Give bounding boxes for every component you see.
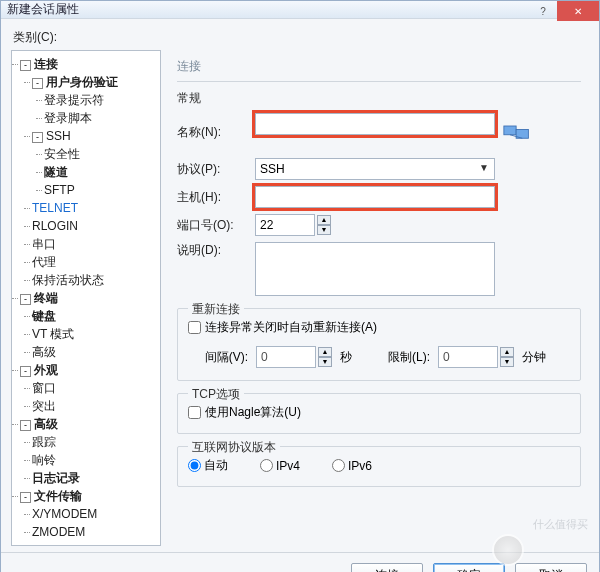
category-label: 类别(C): — [13, 29, 589, 46]
ipver-auto-label: 自动 — [204, 457, 228, 474]
window-title: 新建会话属性 — [7, 1, 79, 18]
limit-input[interactable] — [438, 346, 498, 368]
tree-tunnel[interactable]: 隧道 — [44, 165, 68, 179]
tree-security[interactable]: 安全性 — [44, 147, 80, 161]
svg-rect-0 — [504, 126, 516, 135]
nagle-label: 使用Nagle算法(U) — [205, 404, 301, 421]
help-button[interactable]: ? — [529, 1, 557, 21]
general-group: 常规 名称(N): 新建会话 协议(P): SSH ▼ — [177, 90, 581, 296]
ipver-ipv6-radio[interactable] — [332, 459, 345, 472]
auto-reconnect-checkbox[interactable] — [188, 321, 201, 334]
protocol-select[interactable]: SSH — [255, 158, 495, 180]
general-legend: 常规 — [177, 90, 581, 107]
tree-toggle[interactable]: - — [20, 492, 31, 503]
desc-label: 说明(D): — [177, 242, 255, 259]
tree-proxy[interactable]: 代理 — [32, 255, 56, 269]
tree-toggle[interactable]: - — [32, 132, 43, 143]
ipver-ipv4-radio[interactable] — [260, 459, 273, 472]
tree-rlogin[interactable]: RLOGIN — [32, 219, 78, 233]
tree-toggle[interactable]: - — [20, 60, 31, 71]
tree-vtmode[interactable]: VT 模式 — [32, 327, 74, 341]
tree-appearance[interactable]: 外观 — [34, 363, 58, 377]
tree-advanced[interactable]: 高级 — [34, 417, 58, 431]
computers-icon — [503, 121, 531, 145]
tree-terminal[interactable]: 终端 — [34, 291, 58, 305]
ipver-auto-radio[interactable] — [188, 459, 201, 472]
tree-login-prompt[interactable]: 登录提示符 — [44, 93, 104, 107]
tree-toggle[interactable]: - — [32, 78, 43, 89]
ipver-ipv4-label: IPv4 — [276, 459, 300, 473]
panel-header: 连接 — [177, 56, 581, 82]
interval-label: 间隔(V): — [188, 349, 248, 366]
interval-spin-down[interactable]: ▼ — [318, 357, 332, 367]
limit-label: 限制(L): — [380, 349, 430, 366]
tree-bell[interactable]: 响铃 — [32, 453, 56, 467]
tree-keepalive[interactable]: 保持活动状态 — [32, 273, 104, 287]
name-input[interactable] — [255, 113, 495, 135]
dialog-window: 新建会话属性 ? ✕ 类别(C): -连接 -用户身份验证 登录提示符 登录脚本 — [0, 0, 600, 572]
tree-login-script[interactable]: 登录脚本 — [44, 111, 92, 125]
limit-unit: 分钟 — [522, 349, 546, 366]
tree-keyboard[interactable]: 键盘 — [32, 309, 56, 323]
tcp-group: TCP选项 使用Nagle算法(U) — [177, 393, 581, 434]
limit-spin-up[interactable]: ▲ — [500, 347, 514, 357]
tree-xymodem[interactable]: X/YMODEM — [32, 507, 97, 521]
protocol-label: 协议(P): — [177, 161, 255, 178]
nagle-checkbox[interactable] — [188, 406, 201, 419]
main-area: -连接 -用户身份验证 登录提示符 登录脚本 -SSH 安全性 — [11, 50, 589, 546]
tree-zmodem[interactable]: ZMODEM — [32, 525, 85, 539]
category-tree[interactable]: -连接 -用户身份验证 登录提示符 登录脚本 -SSH 安全性 — [11, 50, 161, 546]
cancel-button[interactable]: 取消 — [515, 563, 587, 572]
port-label: 端口号(O): — [177, 217, 255, 234]
titlebar: 新建会话属性 ? ✕ — [1, 1, 599, 19]
auto-reconnect-label: 连接异常关闭时自动重新连接(A) — [205, 319, 377, 336]
ipver-ipv6-label: IPv6 — [348, 459, 372, 473]
port-spin-up[interactable]: ▲ — [317, 215, 331, 225]
tree-serial[interactable]: 串口 — [32, 237, 56, 251]
tree-trace[interactable]: 跟踪 — [32, 435, 56, 449]
tree-window[interactable]: 窗口 — [32, 381, 56, 395]
tree-term-adv[interactable]: 高级 — [32, 345, 56, 359]
tree-connection[interactable]: 连接 — [34, 57, 58, 71]
port-spinner: ▲ ▼ — [317, 215, 331, 235]
tcp-legend: TCP选项 — [188, 386, 244, 403]
window-buttons: ? ✕ — [529, 1, 599, 21]
desc-textarea[interactable] — [255, 242, 495, 296]
ipver-group: 互联网协议版本 自动 IPv4 IPv6 — [177, 446, 581, 487]
host-input[interactable] — [255, 186, 495, 208]
connect-button[interactable]: 连接 — [351, 563, 423, 572]
reconnect-group: 重新连接 连接异常关闭时自动重新连接(A) 间隔(V): ▲▼ 秒 限制(L): — [177, 308, 581, 381]
tree-auth[interactable]: 用户身份验证 — [46, 75, 118, 89]
tree-sftp[interactable]: SFTP — [44, 183, 75, 197]
interval-unit: 秒 — [340, 349, 352, 366]
limit-spin-down[interactable]: ▼ — [500, 357, 514, 367]
ipver-legend: 互联网协议版本 — [188, 439, 280, 456]
tree-toggle[interactable]: - — [20, 366, 31, 377]
interval-input[interactable] — [256, 346, 316, 368]
reconnect-legend: 重新连接 — [188, 301, 244, 318]
ok-button[interactable]: 确定 — [433, 563, 505, 572]
host-label: 主机(H): — [177, 189, 255, 206]
tree-logging[interactable]: 日志记录 — [32, 471, 80, 485]
settings-panel: 连接 常规 名称(N): 新建会话 协议(P): SSH — [169, 50, 589, 546]
tree-toggle[interactable]: - — [20, 294, 31, 305]
port-spin-down[interactable]: ▼ — [317, 225, 331, 235]
dialog-buttons: 连接 确定 取消 — [1, 552, 599, 572]
interval-spin-up[interactable]: ▲ — [318, 347, 332, 357]
tree-telnet[interactable]: TELNET — [32, 201, 78, 215]
tree-transfer[interactable]: 文件传输 — [34, 489, 82, 503]
name-label: 名称(N): — [177, 124, 255, 141]
tree-toggle[interactable]: - — [20, 420, 31, 431]
port-input[interactable] — [255, 214, 315, 236]
tree-salience[interactable]: 突出 — [32, 399, 56, 413]
close-button[interactable]: ✕ — [557, 1, 599, 21]
content-area: 类别(C): -连接 -用户身份验证 登录提示符 登录脚本 -SSH — [1, 19, 599, 552]
tree-ssh[interactable]: SSH — [46, 129, 71, 143]
